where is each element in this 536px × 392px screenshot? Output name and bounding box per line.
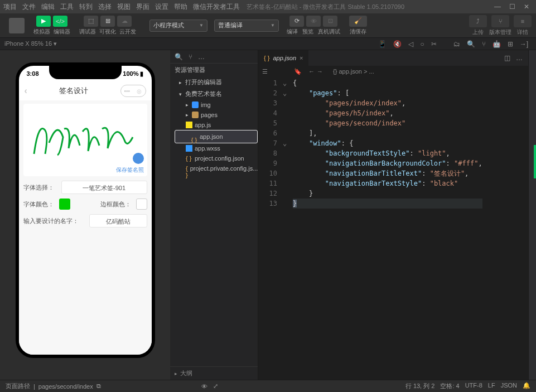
explorer-more-icon[interactable]: … <box>198 53 205 61</box>
nav-title: 签名设计 <box>27 86 120 96</box>
menu-file[interactable]: 文件 <box>22 2 36 12</box>
phone-icon[interactable]: 📱 <box>378 40 387 48</box>
encoding-info[interactable]: UTF-8 <box>465 382 482 390</box>
home-icon[interactable]: ○ <box>420 40 424 48</box>
border-color-swatch[interactable] <box>136 199 147 210</box>
ext-icon[interactable]: ⊞ <box>508 40 513 48</box>
remote-debug-button[interactable]: ⊡ <box>323 16 337 27</box>
menu-goto[interactable]: 转到 <box>79 2 93 12</box>
eol-info[interactable]: LF <box>488 382 495 390</box>
cut-icon[interactable]: ✂ <box>431 40 437 48</box>
main-menu: 项目 文件 编辑 工具 转到 选择 视图 界面 设置 帮助 微信开发者工具 <box>3 2 240 12</box>
back-icon[interactable]: ◁ <box>408 40 413 48</box>
dropdown-mode[interactable]: 小程序模式▼ <box>149 20 207 32</box>
maximize-icon[interactable]: ☐ <box>508 3 516 11</box>
machine-icon[interactable]: 🤖 <box>492 40 501 48</box>
more-icon[interactable]: ••• <box>124 88 131 94</box>
lang-info[interactable]: JSON <box>501 382 517 390</box>
font-color-label: 字体颜色： <box>23 200 57 209</box>
clear-cache-button[interactable]: 🧹 <box>349 16 367 27</box>
tab-appjson[interactable]: { } app.json × <box>258 50 308 66</box>
explorer-title: 资源管理器 <box>170 64 258 76</box>
close-icon[interactable]: ✕ <box>523 3 530 11</box>
right-gutter <box>528 50 536 380</box>
file-tree: ▸打开的编辑器 ▾免费艺术签名 ▸img ▸pages app.js { }ap… <box>170 76 258 173</box>
nav-left-icon[interactable]: ← <box>308 68 315 75</box>
expand-icon[interactable]: ⤢ <box>213 383 218 390</box>
menu-capsule[interactable]: •••◎ <box>120 85 146 97</box>
toggle-sidebar-icon[interactable]: ☰ <box>262 68 268 75</box>
preview-button[interactable]: 👁 <box>306 16 321 27</box>
target-icon[interactable]: ◎ <box>137 88 142 94</box>
version-button[interactable]: ⑂ <box>491 15 509 27</box>
code-area[interactable]: 12345678910111213 ⌄⌄ ⌄ { "pages": [ "pag… <box>258 77 528 380</box>
split-editor-icon[interactable]: ◫ <box>504 54 510 62</box>
upload-button[interactable]: ⤴ <box>469 15 487 27</box>
tab-close-icon[interactable]: × <box>300 55 303 61</box>
explorer-git-icon[interactable]: ⑂ <box>189 53 192 61</box>
menu-settings[interactable]: 设置 <box>155 2 168 12</box>
menu-tools[interactable]: 工具 <box>60 2 74 12</box>
name-input[interactable]: 亿码酷站 <box>89 214 147 228</box>
phone-notch <box>49 66 122 79</box>
cursor-position[interactable]: 行 13, 列 2 <box>405 382 435 390</box>
nav-right-icon[interactable]: → <box>317 68 323 75</box>
tree-appjs[interactable]: app.js <box>170 120 258 130</box>
user-avatar[interactable] <box>6 17 28 35</box>
tree-appwxss[interactable]: app.wxss <box>170 143 258 153</box>
status-bar: 页面路径 | pages/second/index ⧉ 👁 ⤢ 行 13, 列 … <box>0 380 536 392</box>
bell-icon[interactable]: 🔔 <box>523 382 530 390</box>
tree-appjson[interactable]: { }app.json <box>175 130 258 143</box>
simulator-toggle[interactable]: ▶ <box>36 16 51 27</box>
json-icon: { } <box>264 55 269 61</box>
clear-cache-group: 🧹 清缓存 <box>346 14 370 37</box>
titlebar: 项目 文件 编辑 工具 转到 选择 视图 界面 设置 帮助 微信开发者工具 艺术… <box>0 0 536 13</box>
indent-info[interactable]: 空格: 4 <box>440 382 459 390</box>
menu-select[interactable]: 选择 <box>98 2 112 12</box>
editor-pane: { } app.json × ◫ … ☰ 🔖 ← → {} app.json >… <box>258 50 528 380</box>
mode-buttons: ▶ </> 模拟器编辑器 <box>30 14 74 37</box>
tree-img[interactable]: ▸img <box>170 100 258 110</box>
menu-wechat-devtools[interactable]: 微信开发者工具 <box>193 2 240 12</box>
git-icon[interactable]: ⑂ <box>482 40 486 48</box>
minimize-icon[interactable]: — <box>494 3 501 11</box>
tree-pages[interactable]: ▸pages <box>170 110 258 120</box>
menu-view[interactable]: 视图 <box>117 2 131 12</box>
bookmark-icon[interactable]: 🔖 <box>294 68 302 75</box>
font-select[interactable]: 一笔艺术签-901 <box>61 181 147 194</box>
name-input-label: 输入要设计的名字： <box>23 217 85 225</box>
details-button[interactable]: ≡ <box>514 15 532 27</box>
tree-root[interactable]: ▾免费艺术签名 <box>170 88 258 100</box>
save-signature-button[interactable]: 保存签名照 <box>116 153 144 174</box>
arrow-icon[interactable]: →] <box>520 40 528 48</box>
breadcrumb[interactable]: {} app.json > ... <box>333 68 374 75</box>
accent-bar <box>534 145 536 178</box>
outline-section[interactable]: ▸ 大纲 <box>170 366 258 380</box>
menu-project[interactable]: 项目 <box>3 2 17 12</box>
font-color-swatch[interactable] <box>59 199 70 210</box>
debugger-toggle[interactable]: ⬚ <box>84 16 98 27</box>
explorer-icon[interactable]: 🗂 <box>453 40 460 48</box>
tree-project-private[interactable]: { }project.private.config.js... <box>170 163 258 173</box>
menu-help[interactable]: 帮助 <box>174 2 187 12</box>
explorer-search-icon[interactable]: 🔍 <box>175 53 183 61</box>
more-actions-icon[interactable]: … <box>516 54 523 62</box>
compile-group: ⟳ 👁 ⊡ 编译预览真机调试 <box>283 14 344 37</box>
menu-edit[interactable]: 编辑 <box>41 2 55 12</box>
copy-path-icon[interactable]: ⧉ <box>96 383 101 390</box>
cloud-toggle[interactable]: ☁ <box>117 16 132 27</box>
tree-project-config[interactable]: { }project.config.json <box>170 153 258 163</box>
tree-open-editors[interactable]: ▸打开的编辑器 <box>170 76 258 88</box>
editor-toggle[interactable]: </> <box>53 16 67 27</box>
editor-tabbar: { } app.json × ◫ … <box>258 50 528 66</box>
visual-toggle[interactable]: ⊞ <box>100 16 115 27</box>
dropdown-compile[interactable]: 普通编译▼ <box>214 20 279 32</box>
menu-interface[interactable]: 界面 <box>136 2 149 12</box>
search-icon[interactable]: 🔍 <box>467 40 475 48</box>
mute-icon[interactable]: 🔇 <box>393 40 402 48</box>
eye-icon[interactable]: 👁 <box>201 383 207 390</box>
compile-button[interactable]: ⟳ <box>289 16 304 27</box>
status-battery: 100% ▮ <box>123 70 143 78</box>
pagepath-value[interactable]: pages/second/index <box>38 383 93 390</box>
device-selector[interactable]: iPhone X 85% 16 ▾ <box>4 40 57 47</box>
